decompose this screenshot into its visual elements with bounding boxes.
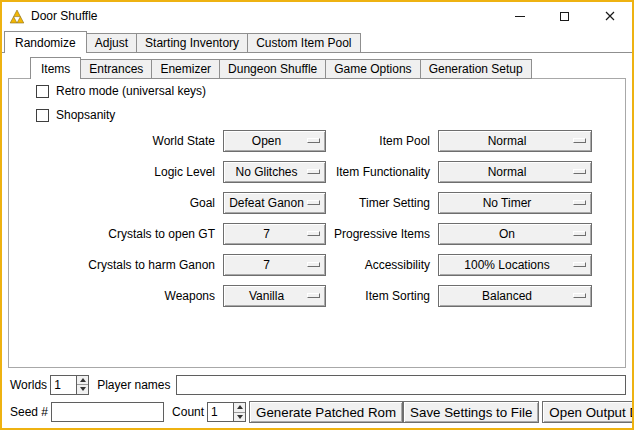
count-spinbox[interactable] <box>207 402 246 422</box>
dropdown-value: Vanilla <box>249 289 284 303</box>
tab-adjust[interactable]: Adjust <box>86 33 137 53</box>
tab-entrances[interactable]: Entrances <box>80 59 152 79</box>
shopsanity-label[interactable]: Shopsanity <box>56 108 115 122</box>
count-spin-arrows <box>233 402 246 422</box>
arrow-up-icon <box>80 378 86 382</box>
dropdown-value: Defeat Ganon <box>229 196 304 210</box>
field-row-progressive-items: Progressive Items On <box>310 223 592 245</box>
field-label: Crystals to harm Ganon <box>75 258 215 272</box>
tab-items[interactable]: Items <box>30 57 81 79</box>
field-row-item-pool: Item Pool Normal <box>310 130 592 152</box>
item-sorting-dropdown[interactable]: Balanced <box>438 285 592 307</box>
player-names-label: Player names <box>97 378 170 392</box>
close-button[interactable] <box>587 2 632 30</box>
timer-setting-dropdown[interactable]: No Timer <box>438 192 592 214</box>
worlds-spinbox[interactable] <box>50 375 89 395</box>
dropdown-value: No Timer <box>483 196 532 210</box>
menu-indicator-icon <box>573 231 586 236</box>
close-icon <box>605 11 615 21</box>
tab-generation-setup[interactable]: Generation Setup <box>420 59 532 79</box>
right-field-column: Item Pool Normal Item Functionality Norm… <box>310 130 592 316</box>
accessibility-dropdown[interactable]: 100% Locations <box>438 254 592 276</box>
field-label: Timer Setting <box>310 196 430 210</box>
maximize-icon <box>560 12 569 21</box>
window-title: Door Shuffle <box>31 9 98 23</box>
menu-indicator-icon <box>573 293 586 298</box>
field-row-accessibility: Accessibility 100% Locations <box>310 254 592 276</box>
tab-label: Entrances <box>89 62 143 76</box>
spin-down-button[interactable] <box>77 384 88 394</box>
field-label: Logic Level <box>75 165 215 179</box>
tab-label: Dungeon Shuffle <box>228 62 317 76</box>
field-row-weapons: Weapons Vanilla <box>75 285 326 307</box>
tab-label: Enemizer <box>160 62 211 76</box>
save-settings-button[interactable]: Save Settings to File <box>403 401 539 423</box>
dropdown-value: On <box>499 227 515 241</box>
seed-input[interactable] <box>51 402 164 422</box>
retro-mode-checkbox-row[interactable]: Retro mode (universal keys) <box>36 84 206 98</box>
field-row-crystals-harm-ganon: Crystals to harm Ganon 7 <box>75 254 326 276</box>
field-row-goal: Goal Defeat Ganon <box>75 192 326 214</box>
open-output-directory-button[interactable]: Open Output Directory <box>542 401 634 423</box>
tab-label: Generation Setup <box>429 62 523 76</box>
spin-up-button[interactable] <box>234 403 245 412</box>
arrow-down-icon <box>80 387 86 391</box>
field-row-item-functionality: Item Functionality Normal <box>310 161 592 183</box>
tab-label: Custom Item Pool <box>256 36 351 50</box>
item-functionality-dropdown[interactable]: Normal <box>438 161 592 183</box>
field-label: World State <box>75 134 215 148</box>
count-label: Count <box>172 405 204 419</box>
generate-patched-rom-button[interactable]: Generate Patched Rom <box>249 401 403 423</box>
menu-indicator-icon <box>573 169 586 174</box>
field-label: Item Pool <box>310 134 430 148</box>
tab-game-options[interactable]: Game Options <box>325 59 420 79</box>
tab-dungeon-shuffle[interactable]: Dungeon Shuffle <box>219 59 326 79</box>
player-names-input[interactable] <box>176 375 627 395</box>
spin-up-button[interactable] <box>77 376 88 385</box>
app-icon[interactable] <box>9 8 25 24</box>
progressive-items-dropdown[interactable]: On <box>438 223 592 245</box>
titlebar[interactable]: Door Shuffle <box>2 2 632 30</box>
retro-mode-checkbox[interactable] <box>36 85 49 98</box>
outer-tab-bar: Randomize Adjust Starting Inventory Cust… <box>4 31 361 53</box>
maximize-button[interactable] <box>542 2 587 30</box>
left-field-column: World State Open Logic Level No Glitches… <box>75 130 326 316</box>
worlds-input[interactable] <box>50 375 76 395</box>
field-label: Weapons <box>75 289 215 303</box>
menu-indicator-icon <box>573 138 586 143</box>
tab-enemizer[interactable]: Enemizer <box>151 59 220 79</box>
shopsanity-checkbox[interactable] <box>36 109 49 122</box>
worlds-label: Worlds <box>10 378 47 392</box>
minimize-icon <box>515 16 525 17</box>
tab-starting-inventory[interactable]: Starting Inventory <box>136 33 248 53</box>
tab-label: Items <box>41 62 70 76</box>
tab-label: Adjust <box>95 36 128 50</box>
tab-label: Game Options <box>334 62 411 76</box>
tab-label: Randomize <box>15 36 76 50</box>
count-input[interactable] <box>207 402 233 422</box>
retro-mode-label[interactable]: Retro mode (universal keys) <box>56 84 206 98</box>
menu-indicator-icon <box>573 262 586 267</box>
tab-custom-item-pool[interactable]: Custom Item Pool <box>247 33 360 53</box>
field-row-crystals-open-gt: Crystals to open GT 7 <box>75 223 326 245</box>
item-pool-dropdown[interactable]: Normal <box>438 130 592 152</box>
worlds-row: Worlds Player names <box>10 374 626 395</box>
dropdown-value: Normal <box>488 165 527 179</box>
seed-label: Seed # <box>10 405 48 419</box>
spin-down-button[interactable] <box>234 412 245 422</box>
dropdown-value: Normal <box>488 134 527 148</box>
window: Door Shuffle Randomize Adjust Starting I… <box>0 0 634 430</box>
tab-randomize[interactable]: Randomize <box>4 31 87 53</box>
field-label: Accessibility <box>310 258 430 272</box>
minimize-button[interactable] <box>497 2 542 30</box>
field-row-logic-level: Logic Level No Glitches <box>75 161 326 183</box>
dropdown-value: Open <box>252 134 281 148</box>
field-label: Item Sorting <box>310 289 430 303</box>
worlds-spin-arrows <box>76 375 89 395</box>
shopsanity-checkbox-row[interactable]: Shopsanity <box>36 108 115 122</box>
menu-indicator-icon <box>573 200 586 205</box>
dropdown-value: 100% Locations <box>464 258 549 272</box>
inner-tab-bar: Items Entrances Enemizer Dungeon Shuffle… <box>30 57 532 79</box>
tab-label: Starting Inventory <box>145 36 239 50</box>
field-label: Crystals to open GT <box>75 227 215 241</box>
